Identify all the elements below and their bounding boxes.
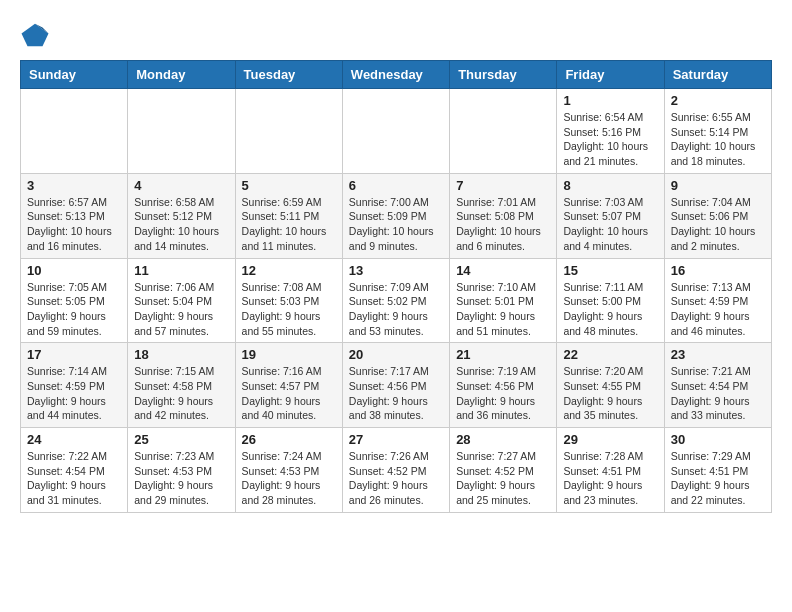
day-number: 29 — [563, 432, 657, 447]
weekday-header-monday: Monday — [128, 61, 235, 89]
day-info: Sunrise: 7:09 AM Sunset: 5:02 PM Dayligh… — [349, 280, 443, 339]
day-number: 26 — [242, 432, 336, 447]
calendar-cell: 29Sunrise: 7:28 AM Sunset: 4:51 PM Dayli… — [557, 428, 664, 513]
weekday-header-wednesday: Wednesday — [342, 61, 449, 89]
day-info: Sunrise: 7:14 AM Sunset: 4:59 PM Dayligh… — [27, 364, 121, 423]
calendar-cell: 13Sunrise: 7:09 AM Sunset: 5:02 PM Dayli… — [342, 258, 449, 343]
day-info: Sunrise: 7:27 AM Sunset: 4:52 PM Dayligh… — [456, 449, 550, 508]
calendar-cell: 17Sunrise: 7:14 AM Sunset: 4:59 PM Dayli… — [21, 343, 128, 428]
day-info: Sunrise: 6:57 AM Sunset: 5:13 PM Dayligh… — [27, 195, 121, 254]
calendar-cell: 15Sunrise: 7:11 AM Sunset: 5:00 PM Dayli… — [557, 258, 664, 343]
calendar-cell — [342, 89, 449, 174]
calendar-cell: 7Sunrise: 7:01 AM Sunset: 5:08 PM Daylig… — [450, 173, 557, 258]
calendar-cell: 24Sunrise: 7:22 AM Sunset: 4:54 PM Dayli… — [21, 428, 128, 513]
day-info: Sunrise: 7:10 AM Sunset: 5:01 PM Dayligh… — [456, 280, 550, 339]
day-info: Sunrise: 7:24 AM Sunset: 4:53 PM Dayligh… — [242, 449, 336, 508]
calendar-week-3: 10Sunrise: 7:05 AM Sunset: 5:05 PM Dayli… — [21, 258, 772, 343]
day-number: 23 — [671, 347, 765, 362]
page-header — [20, 20, 772, 50]
weekday-header-tuesday: Tuesday — [235, 61, 342, 89]
day-number: 13 — [349, 263, 443, 278]
day-info: Sunrise: 6:59 AM Sunset: 5:11 PM Dayligh… — [242, 195, 336, 254]
logo — [20, 20, 54, 50]
day-number: 4 — [134, 178, 228, 193]
calendar-cell — [128, 89, 235, 174]
calendar-week-2: 3Sunrise: 6:57 AM Sunset: 5:13 PM Daylig… — [21, 173, 772, 258]
day-number: 5 — [242, 178, 336, 193]
calendar-cell: 4Sunrise: 6:58 AM Sunset: 5:12 PM Daylig… — [128, 173, 235, 258]
svg-marker-0 — [22, 24, 49, 47]
day-info: Sunrise: 7:16 AM Sunset: 4:57 PM Dayligh… — [242, 364, 336, 423]
day-number: 12 — [242, 263, 336, 278]
day-info: Sunrise: 6:58 AM Sunset: 5:12 PM Dayligh… — [134, 195, 228, 254]
calendar-week-4: 17Sunrise: 7:14 AM Sunset: 4:59 PM Dayli… — [21, 343, 772, 428]
calendar-cell: 8Sunrise: 7:03 AM Sunset: 5:07 PM Daylig… — [557, 173, 664, 258]
calendar-cell: 22Sunrise: 7:20 AM Sunset: 4:55 PM Dayli… — [557, 343, 664, 428]
logo-icon — [20, 20, 50, 50]
calendar-cell: 26Sunrise: 7:24 AM Sunset: 4:53 PM Dayli… — [235, 428, 342, 513]
calendar-table: SundayMondayTuesdayWednesdayThursdayFrid… — [20, 60, 772, 513]
calendar-cell: 3Sunrise: 6:57 AM Sunset: 5:13 PM Daylig… — [21, 173, 128, 258]
day-number: 3 — [27, 178, 121, 193]
day-info: Sunrise: 7:13 AM Sunset: 4:59 PM Dayligh… — [671, 280, 765, 339]
calendar-cell: 20Sunrise: 7:17 AM Sunset: 4:56 PM Dayli… — [342, 343, 449, 428]
calendar-week-5: 24Sunrise: 7:22 AM Sunset: 4:54 PM Dayli… — [21, 428, 772, 513]
day-info: Sunrise: 7:06 AM Sunset: 5:04 PM Dayligh… — [134, 280, 228, 339]
day-number: 6 — [349, 178, 443, 193]
calendar-cell: 18Sunrise: 7:15 AM Sunset: 4:58 PM Dayli… — [128, 343, 235, 428]
calendar-header-row: SundayMondayTuesdayWednesdayThursdayFrid… — [21, 61, 772, 89]
day-info: Sunrise: 6:54 AM Sunset: 5:16 PM Dayligh… — [563, 110, 657, 169]
day-info: Sunrise: 7:04 AM Sunset: 5:06 PM Dayligh… — [671, 195, 765, 254]
day-number: 10 — [27, 263, 121, 278]
weekday-header-sunday: Sunday — [21, 61, 128, 89]
day-info: Sunrise: 7:01 AM Sunset: 5:08 PM Dayligh… — [456, 195, 550, 254]
day-number: 9 — [671, 178, 765, 193]
day-number: 8 — [563, 178, 657, 193]
day-number: 28 — [456, 432, 550, 447]
day-info: Sunrise: 7:11 AM Sunset: 5:00 PM Dayligh… — [563, 280, 657, 339]
weekday-header-saturday: Saturday — [664, 61, 771, 89]
day-info: Sunrise: 7:26 AM Sunset: 4:52 PM Dayligh… — [349, 449, 443, 508]
calendar-cell — [235, 89, 342, 174]
calendar-cell: 1Sunrise: 6:54 AM Sunset: 5:16 PM Daylig… — [557, 89, 664, 174]
day-info: Sunrise: 7:22 AM Sunset: 4:54 PM Dayligh… — [27, 449, 121, 508]
calendar-cell — [21, 89, 128, 174]
day-number: 16 — [671, 263, 765, 278]
calendar-cell: 5Sunrise: 6:59 AM Sunset: 5:11 PM Daylig… — [235, 173, 342, 258]
calendar-cell: 9Sunrise: 7:04 AM Sunset: 5:06 PM Daylig… — [664, 173, 771, 258]
calendar-cell: 21Sunrise: 7:19 AM Sunset: 4:56 PM Dayli… — [450, 343, 557, 428]
calendar-cell: 11Sunrise: 7:06 AM Sunset: 5:04 PM Dayli… — [128, 258, 235, 343]
day-number: 19 — [242, 347, 336, 362]
day-number: 15 — [563, 263, 657, 278]
calendar-cell: 6Sunrise: 7:00 AM Sunset: 5:09 PM Daylig… — [342, 173, 449, 258]
day-info: Sunrise: 7:03 AM Sunset: 5:07 PM Dayligh… — [563, 195, 657, 254]
day-number: 18 — [134, 347, 228, 362]
day-info: Sunrise: 7:23 AM Sunset: 4:53 PM Dayligh… — [134, 449, 228, 508]
day-info: Sunrise: 6:55 AM Sunset: 5:14 PM Dayligh… — [671, 110, 765, 169]
weekday-header-friday: Friday — [557, 61, 664, 89]
calendar-cell: 2Sunrise: 6:55 AM Sunset: 5:14 PM Daylig… — [664, 89, 771, 174]
day-info: Sunrise: 7:00 AM Sunset: 5:09 PM Dayligh… — [349, 195, 443, 254]
day-number: 30 — [671, 432, 765, 447]
calendar-cell: 23Sunrise: 7:21 AM Sunset: 4:54 PM Dayli… — [664, 343, 771, 428]
day-number: 27 — [349, 432, 443, 447]
calendar-cell: 19Sunrise: 7:16 AM Sunset: 4:57 PM Dayli… — [235, 343, 342, 428]
calendar-cell: 27Sunrise: 7:26 AM Sunset: 4:52 PM Dayli… — [342, 428, 449, 513]
day-info: Sunrise: 7:29 AM Sunset: 4:51 PM Dayligh… — [671, 449, 765, 508]
day-info: Sunrise: 7:05 AM Sunset: 5:05 PM Dayligh… — [27, 280, 121, 339]
weekday-header-thursday: Thursday — [450, 61, 557, 89]
calendar-cell — [450, 89, 557, 174]
day-number: 17 — [27, 347, 121, 362]
calendar-cell: 14Sunrise: 7:10 AM Sunset: 5:01 PM Dayli… — [450, 258, 557, 343]
day-number: 25 — [134, 432, 228, 447]
day-number: 2 — [671, 93, 765, 108]
day-info: Sunrise: 7:20 AM Sunset: 4:55 PM Dayligh… — [563, 364, 657, 423]
day-number: 7 — [456, 178, 550, 193]
day-number: 20 — [349, 347, 443, 362]
calendar-week-1: 1Sunrise: 6:54 AM Sunset: 5:16 PM Daylig… — [21, 89, 772, 174]
calendar-cell: 28Sunrise: 7:27 AM Sunset: 4:52 PM Dayli… — [450, 428, 557, 513]
calendar-cell: 10Sunrise: 7:05 AM Sunset: 5:05 PM Dayli… — [21, 258, 128, 343]
day-number: 11 — [134, 263, 228, 278]
day-info: Sunrise: 7:28 AM Sunset: 4:51 PM Dayligh… — [563, 449, 657, 508]
day-info: Sunrise: 7:15 AM Sunset: 4:58 PM Dayligh… — [134, 364, 228, 423]
